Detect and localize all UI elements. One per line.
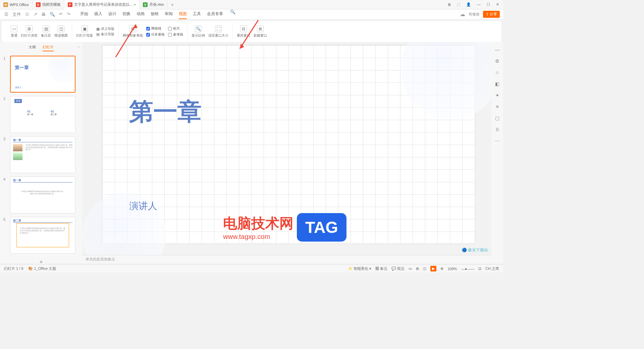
thumb-4[interactable]: 第一章 文字是人类用符号记录表达信息以传之久远的方式和工具。现代文字大多是记录语… — [10, 177, 75, 213]
thumb-5[interactable]: 第二章 文字是人类用符号记录表达信息以传之久远的方式和工具。现代文字大多是记录语… — [10, 217, 75, 254]
arrange-windows[interactable]: ⊟重排窗口 — [237, 26, 250, 38]
handout-master[interactable]: ▦讲义母版 — [96, 27, 114, 31]
slide-subtitle[interactable]: 演讲人 — [129, 200, 157, 212]
tab-view[interactable]: 视图 — [179, 9, 187, 19]
slide-master[interactable]: ▣幻灯片母版 — [76, 26, 93, 38]
extension-icon[interactable]: ⊞ — [448, 2, 451, 7]
zoom-out[interactable]: ⊕ — [440, 266, 443, 271]
statusbar: 幻灯片 1 / 9 🎨 1_Office 主题 ✨ 智能美化 ▾ ☰ 备注 💬 … — [0, 264, 503, 272]
tab-insert[interactable]: 插入 — [94, 9, 102, 19]
check-gridlines[interactable]: 网格线 — [146, 26, 165, 31]
zoom-slider[interactable]: —●—— — [461, 267, 474, 271]
export-icon[interactable]: ↗ — [33, 12, 38, 17]
tab-templates[interactable]: D找稻壳模板 — [33, 0, 64, 9]
thumbnail-list[interactable]: 1 第一章 演讲人 2 目录 01第一章 02第二章 3 第一章 — [0, 54, 82, 263]
collapse-icon[interactable]: ‹ — [78, 45, 79, 49]
slide-counter: 幻灯片 1 / 9 — [4, 266, 23, 271]
tab-add[interactable]: + — [168, 2, 177, 7]
tab-design[interactable]: 设计 — [108, 9, 116, 19]
notes-master[interactable]: ▤备注母版 — [96, 32, 114, 37]
effects-icon[interactable]: ✦ — [495, 93, 499, 98]
collapse-right-icon[interactable]: — — [495, 47, 500, 52]
maximize-icon[interactable]: ☐ — [487, 2, 490, 7]
preview-icon[interactable]: 🔍 — [49, 12, 56, 17]
main-area: 大纲 幻灯片 ‹ 1 第一章 演讲人 2 目录 01第一章 02第二章 3 — [0, 42, 503, 263]
print-icon[interactable]: 🖶 — [40, 12, 47, 17]
thumbnail-panel: 大纲 幻灯片 ‹ 1 第一章 演讲人 2 目录 01第一章 02第二章 3 — [0, 42, 82, 263]
avatar-icon[interactable]: 👤 — [466, 2, 471, 7]
tools-icon[interactable]: ✕ — [495, 104, 499, 109]
ime-status: CH 之简 — [485, 266, 499, 271]
watermark: 电脑技术网 www.tagxp.com TAG — [223, 213, 346, 242]
view-notes[interactable]: ▤备注页 — [41, 26, 51, 38]
canvas: 第一章 演讲人 电脑技术网 www.tagxp.com TAG 🔵 极光下载站 … — [82, 42, 491, 263]
theme-name[interactable]: 🎨 1_Office 主题 — [28, 266, 56, 271]
view-play-btn[interactable]: ▶ — [430, 266, 436, 271]
settings-icon[interactable]: ⚙ — [495, 58, 499, 64]
window-controls: ⊞ ⬚ 👤 — ☐ ✕ — [448, 2, 503, 7]
tab-start[interactable]: 开始 — [80, 9, 88, 19]
view-sorter-btn[interactable]: ⊞ — [416, 266, 419, 271]
minimize-icon[interactable]: — — [477, 2, 481, 7]
beautify-btn[interactable]: ✨ 智能美化 ▾ — [348, 266, 371, 271]
right-toolbar: — ⚙ ☆ ◧ ✦ ✕ ▢ ⎘ ⋯ — [491, 42, 503, 263]
thumb-3[interactable]: 第一章 文字是人类用符号记录表达信息以传之久远的方式和工具。现代文字大多是记录语… — [10, 136, 75, 173]
slides-tab[interactable]: 幻灯片 — [43, 45, 54, 51]
view-reading[interactable]: ◫阅读视图 — [54, 26, 68, 38]
tab-spreadsheet[interactable]: S月份.xlsx — [140, 0, 168, 9]
check-taskpane[interactable]: 任务窗格 — [146, 32, 165, 37]
save-icon[interactable]: 🗋 — [24, 12, 31, 17]
tab-vip[interactable]: 会员专享 — [207, 9, 223, 19]
notes-btn[interactable]: ☰ 备注 — [375, 266, 387, 271]
image-icon[interactable]: ▢ — [495, 115, 499, 121]
search-icon[interactable]: 🔍 — [229, 9, 236, 19]
menu-tabs: 开始 插入 设计 切换 动画 放映 审阅 视图 工具 会员专享 🔍 — [80, 9, 236, 19]
new-window[interactable]: ⊞新建窗口 — [254, 26, 267, 38]
add-slide[interactable]: + — [3, 257, 79, 263]
thumb-2[interactable]: 目录 01第一章 02第二章 — [10, 96, 75, 133]
redo-icon[interactable]: ↷ — [66, 12, 71, 17]
hamburger-icon[interactable]: ☰ — [3, 12, 9, 17]
file-menu[interactable]: 文件 — [11, 11, 22, 17]
slide-title[interactable]: 第一章 — [129, 96, 202, 128]
titlebar: WWPS Office D找稻壳模板 P文字是人类用符号记录表达信息以...● … — [0, 0, 503, 9]
star-icon[interactable]: ☆ — [495, 70, 499, 75]
tab-presentation[interactable]: P文字是人类用符号记录表达信息以...● — [64, 0, 140, 9]
check-ruler[interactable]: 标尺 — [168, 26, 183, 31]
notes-placeholder[interactable]: 单击此处添加备注 — [82, 255, 491, 263]
fit-window[interactable]: ⛶适应窗口大小 — [208, 26, 228, 38]
tab-animation[interactable]: 动画 — [137, 9, 145, 19]
grid-guides[interactable]: ⊞网格和参考线 — [123, 26, 143, 38]
cloud-icon[interactable]: ☁ — [460, 11, 465, 17]
check-guides[interactable]: 参考线 — [168, 32, 183, 37]
jg-logo: 🔵 极光下载站 — [462, 247, 488, 253]
cube-icon[interactable]: ⬚ — [457, 2, 460, 7]
view-reading-btn[interactable]: ◫ — [423, 266, 426, 271]
tab-show[interactable]: 放映 — [151, 9, 159, 19]
tab-tools[interactable]: 工具 — [193, 9, 201, 19]
layers-icon[interactable]: ◧ — [495, 81, 499, 87]
fit-btn[interactable]: ⊡ — [478, 266, 481, 271]
thumb-1[interactable]: 第一章 演讲人 — [10, 56, 75, 93]
tab-transition[interactable]: 切换 — [122, 9, 130, 19]
ribbon: ▭普通 ⊞幻灯片浏览 ▤备注页 ◫阅读视图 ▣幻灯片母版 ▦讲义母版 ▤备注母版… — [2, 21, 501, 42]
zoom[interactable]: 🔍显示比例 — [192, 26, 205, 38]
outline-tab[interactable]: 大纲 — [29, 45, 36, 51]
undo-icon[interactable]: ↶ — [58, 12, 64, 17]
zoom-level[interactable]: 109% — [447, 267, 457, 271]
comments-btn[interactable]: 💬 批注 — [391, 266, 405, 271]
tab-wps[interactable]: WWPS Office — [0, 0, 33, 9]
tab-review[interactable]: 审阅 — [165, 9, 173, 19]
view-normal[interactable]: ▭普通 — [11, 26, 17, 38]
view-sorter[interactable]: ⊞幻灯片浏览 — [21, 26, 38, 38]
link-icon[interactable]: ⎘ — [496, 127, 499, 132]
more-icon[interactable]: ⋯ — [495, 138, 500, 144]
modify-status: 有修改 — [469, 12, 480, 17]
menubar: ☰ 文件 🗋 ↗ 🖶 🔍 ↶ ↷ 开始 插入 设计 切换 动画 放映 审阅 视图… — [0, 9, 503, 19]
share-button[interactable]: ⇪ 分享 — [483, 11, 500, 18]
view-normal-btn[interactable]: ▭ — [409, 266, 412, 271]
close-icon[interactable]: ✕ — [496, 2, 499, 7]
